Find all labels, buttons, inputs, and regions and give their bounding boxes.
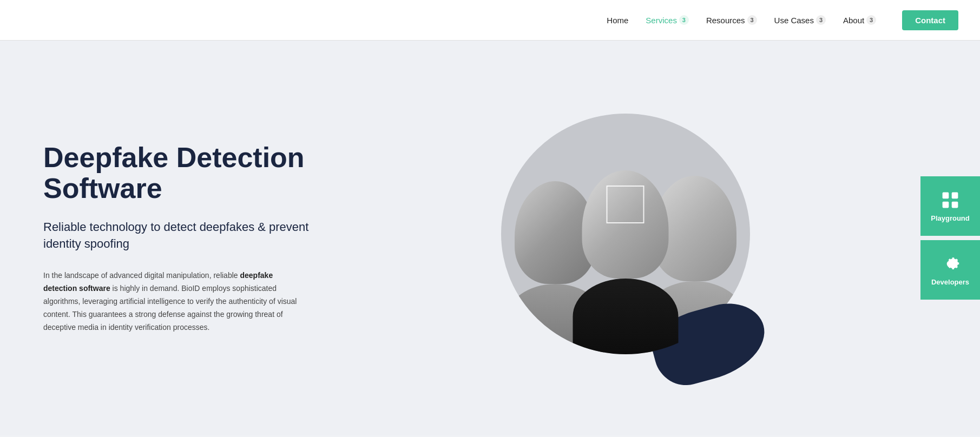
nav-usecases-link[interactable]: Use Cases 3 (774, 15, 826, 25)
services-badge: 3 (679, 15, 689, 25)
svg-rect-2 (943, 201, 949, 208)
contact-button[interactable]: Contact (902, 10, 958, 30)
svg-rect-3 (952, 201, 958, 208)
svg-rect-1 (952, 192, 958, 198)
nav-resources-link[interactable]: Resources 3 (706, 15, 757, 25)
nav-services-link[interactable]: Services 3 (646, 15, 689, 25)
hero-desc-start: In the landscape of advanced digital man… (43, 271, 240, 280)
nav-services[interactable]: Services 3 (646, 15, 689, 25)
about-badge: 3 (866, 15, 876, 25)
nav-about[interactable]: About 3 (843, 15, 876, 25)
hero-title: Deepfake Detection Software (43, 142, 325, 204)
nav-about-link[interactable]: About 3 (843, 15, 876, 25)
nav-resources[interactable]: Resources 3 (706, 15, 757, 25)
nav-contact[interactable]: Contact (893, 10, 958, 30)
developers-label: Developers (931, 278, 969, 286)
nav-home-link[interactable]: Home (607, 16, 628, 25)
face-scan-overlay (607, 186, 644, 223)
hero-section: Deepfake Detection Software Reliable tec… (0, 41, 980, 435)
svg-rect-0 (943, 192, 949, 198)
usecases-badge: 3 (816, 15, 826, 25)
face-center (573, 170, 678, 354)
hero-description: In the landscape of advanced digital man… (43, 269, 303, 334)
resources-badge: 3 (747, 15, 757, 25)
faces-container (501, 108, 782, 368)
nav-usecases[interactable]: Use Cases 3 (774, 15, 826, 25)
playground-label: Playground (931, 214, 970, 222)
hero-image-area (346, 108, 937, 368)
hero-text-block: Deepfake Detection Software Reliable tec… (43, 142, 325, 334)
developers-icon (940, 254, 960, 274)
developers-button[interactable]: Developers (920, 240, 980, 300)
nav-home[interactable]: Home (607, 16, 628, 25)
nav-links: Home Services 3 Resources 3 Use Cases 3 … (607, 10, 958, 30)
playground-icon (940, 190, 960, 210)
sidebar-float: Playground Developers (920, 176, 980, 300)
hero-subtitle: Reliable technology to detect deepfakes … (43, 219, 325, 253)
playground-button[interactable]: Playground (920, 176, 980, 236)
navbar: Home Services 3 Resources 3 Use Cases 3 … (0, 0, 980, 41)
